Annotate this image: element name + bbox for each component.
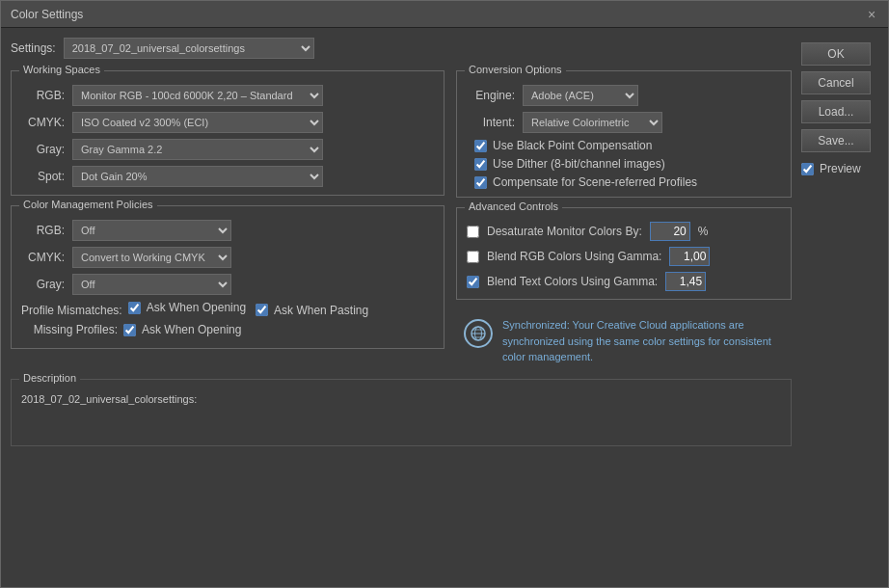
- settings-select[interactable]: 2018_07_02_universal_colorsettings: [64, 38, 314, 59]
- load-button[interactable]: Load...: [801, 100, 871, 123]
- cm-gray-label: Gray:: [21, 278, 65, 291]
- conversion-options-section: Conversion Options Engine: Adobe (ACE) I…: [456, 70, 792, 198]
- advanced-controls-section: Advanced Controls Desaturate Monitor Col…: [456, 207, 792, 300]
- scene-referred-checkbox[interactable]: [474, 176, 487, 189]
- black-point-row: Use Black Point Compensation: [474, 139, 781, 152]
- use-dither-row: Use Dither (8-bit/channel images): [474, 157, 781, 171]
- ws-gray-label: Gray:: [21, 143, 65, 156]
- ws-cmyk-select[interactable]: ISO Coated v2 300% (ECI): [72, 112, 323, 133]
- ask-pasting-label: Ask When Pasting: [274, 304, 368, 317]
- conversion-options-title: Conversion Options: [465, 64, 566, 75]
- missing-profiles-row: Missing Profiles: Ask When Opening: [21, 323, 434, 336]
- save-button[interactable]: Save...: [801, 129, 871, 152]
- color-settings-dialog: Color Settings × Settings: 2018_07_02_un…: [0, 0, 889, 588]
- desaturate-unit: %: [698, 225, 709, 238]
- close-button[interactable]: ×: [865, 8, 878, 21]
- ws-rgb-label: RGB:: [21, 89, 65, 102]
- color-management-section: Color Management Policies RGB: Off CMYK:: [11, 205, 444, 349]
- intent-select[interactable]: Relative Colorimetric: [523, 112, 662, 133]
- ws-cmyk-row: CMYK: ISO Coated v2 300% (ECI): [21, 112, 434, 133]
- ws-spot-row: Spot: Dot Gain 20%: [21, 166, 434, 187]
- sync-text: Synchronized: Your Creative Cloud applic…: [502, 317, 784, 365]
- left-panel: Settings: 2018_07_02_universal_colorsett…: [11, 38, 792, 452]
- working-spaces-title: Working Spaces: [19, 64, 104, 75]
- ws-cmyk-label: CMYK:: [21, 116, 65, 129]
- desaturate-label: Desaturate Monitor Colors By:: [487, 225, 642, 238]
- engine-select[interactable]: Adobe (ACE): [523, 85, 638, 106]
- title-bar: Color Settings ×: [1, 1, 888, 28]
- dialog-title: Color Settings: [11, 8, 83, 21]
- blend-text-row: Blend Text Colors Using Gamma:: [467, 272, 781, 291]
- blend-rgb-input[interactable]: [669, 247, 710, 266]
- cm-rgb-label: RGB:: [21, 224, 65, 237]
- ws-spot-select[interactable]: Dot Gain 20%: [72, 166, 323, 187]
- missing-profiles-label: Missing Profiles:: [21, 323, 118, 336]
- ask-opening-mismatch-row: Ask When Opening: [128, 301, 246, 314]
- cm-gray-select[interactable]: Off: [72, 274, 231, 295]
- blend-rgb-checkbox[interactable]: [467, 251, 479, 263]
- engine-row: Engine: Adobe (ACE): [467, 85, 781, 106]
- use-dither-label: Use Dither (8-bit/channel images): [493, 157, 665, 171]
- description-section: Description 2018_07_02_universal_colorse…: [11, 379, 792, 446]
- ask-pasting-checkbox[interactable]: [256, 304, 268, 316]
- desaturate-checkbox[interactable]: [467, 226, 479, 238]
- preview-row: Preview: [801, 162, 878, 175]
- col-left: Working Spaces RGB: Monitor RGB - 100cd …: [11, 70, 444, 373]
- profile-mismatches-label: Profile Mismatches:: [21, 304, 122, 317]
- cm-cmyk-select[interactable]: Convert to Working CMYK: [72, 247, 231, 268]
- ask-pasting-row: Ask When Pasting: [256, 304, 368, 317]
- desaturate-row: Desaturate Monitor Colors By: %: [467, 222, 781, 241]
- blend-text-checkbox[interactable]: [467, 276, 479, 288]
- use-dither-checkbox[interactable]: [474, 158, 487, 171]
- black-point-label: Use Black Point Compensation: [493, 139, 652, 152]
- intent-label: Intent:: [467, 116, 515, 129]
- ask-opening-missing-checkbox[interactable]: [123, 324, 136, 336]
- blend-rgb-label: Blend RGB Colors Using Gamma:: [487, 250, 661, 263]
- main-content: Working Spaces RGB: Monitor RGB - 100cd …: [11, 70, 792, 373]
- working-spaces-section: Working Spaces RGB: Monitor RGB - 100cd …: [11, 70, 444, 196]
- scene-referred-row: Compensate for Scene-referred Profiles: [474, 175, 781, 189]
- ask-opening-mismatch-checkbox[interactable]: [128, 302, 141, 314]
- ws-rgb-select[interactable]: Monitor RGB - 100cd 6000K 2,20 – Standar…: [72, 85, 323, 106]
- cm-cmyk-label: CMYK:: [21, 251, 65, 264]
- ask-opening-mismatch-label: Ask When Opening: [147, 301, 246, 314]
- intent-row: Intent: Relative Colorimetric: [467, 112, 781, 133]
- cm-gray-row: Gray: Off: [21, 274, 434, 295]
- desaturate-input[interactable]: [650, 222, 690, 241]
- ask-opening-missing-label: Ask When Opening: [142, 323, 241, 336]
- cm-rgb-row: RGB: Off: [21, 220, 434, 241]
- ws-gray-select[interactable]: Gray Gamma 2.2: [72, 139, 323, 160]
- scene-referred-label: Compensate for Scene-referred Profiles: [493, 175, 697, 189]
- ok-button[interactable]: OK: [801, 42, 871, 66]
- dialog-body: Settings: 2018_07_02_universal_colorsett…: [1, 28, 888, 462]
- engine-label: Engine:: [467, 89, 515, 102]
- color-management-title: Color Management Policies: [19, 199, 157, 210]
- description-text: 2018_07_02_universal_colorsettings:: [21, 393, 781, 405]
- col-right: Conversion Options Engine: Adobe (ACE) I…: [456, 70, 792, 373]
- sync-info: Synchronized: Your Creative Cloud applic…: [456, 309, 792, 373]
- advanced-controls-title: Advanced Controls: [465, 200, 562, 212]
- black-point-checkbox[interactable]: [474, 140, 487, 152]
- sync-globe-icon: [464, 319, 493, 348]
- blend-text-input[interactable]: [665, 272, 706, 291]
- preview-checkbox[interactable]: [801, 163, 814, 175]
- cancel-button[interactable]: Cancel: [801, 71, 871, 94]
- blend-text-label: Blend Text Colors Using Gamma:: [487, 275, 658, 288]
- cm-cmyk-row: CMYK: Convert to Working CMYK: [21, 247, 434, 268]
- blend-rgb-row: Blend RGB Colors Using Gamma:: [467, 247, 781, 266]
- right-buttons: OK Cancel Load... Save... Preview: [801, 38, 878, 452]
- cm-rgb-select[interactable]: Off: [72, 220, 231, 241]
- settings-row: Settings: 2018_07_02_universal_colorsett…: [11, 38, 792, 59]
- ask-opening-missing-row: Ask When Opening: [123, 323, 241, 336]
- settings-label: Settings:: [11, 41, 56, 55]
- ws-gray-row: Gray: Gray Gamma 2.2: [21, 139, 434, 160]
- ws-rgb-row: RGB: Monitor RGB - 100cd 6000K 2,20 – St…: [21, 85, 434, 106]
- preview-label: Preview: [820, 162, 861, 175]
- ws-spot-label: Spot:: [21, 170, 65, 183]
- profile-mismatches-row: Profile Mismatches: Ask When Opening Ask…: [21, 301, 434, 319]
- description-title: Description: [19, 372, 80, 384]
